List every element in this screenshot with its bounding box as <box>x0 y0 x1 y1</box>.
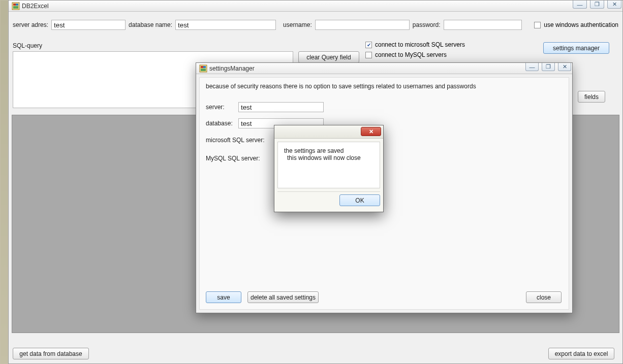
settings-window-controls: — ❐ ✕ <box>525 63 571 71</box>
connect-mysql-checkbox[interactable]: connect to MySQL servers <box>365 51 465 58</box>
save-button[interactable]: save <box>206 291 241 303</box>
connect-mssql-checkbox[interactable]: ✔ connect to microsoft SQL servers <box>365 41 465 48</box>
app-icon <box>12 2 20 10</box>
close-button[interactable]: ✕ <box>607 1 621 9</box>
database-name-label: database name: <box>129 21 172 28</box>
settings-left-buttons: save delete all saved settings <box>206 291 319 303</box>
windows-auth-checkbox[interactable]: use windows authentication <box>534 21 618 28</box>
connect-mysql-label: connect to MySQL servers <box>375 51 447 58</box>
fields-label: fields <box>584 93 599 101</box>
messagebox-line1: the settings are saved <box>284 147 373 154</box>
minimize-button[interactable]: — <box>573 1 587 9</box>
delete-all-label: delete all saved settings <box>251 294 316 301</box>
settings-titlebar[interactable]: settingsManager — ❐ ✕ <box>196 63 572 74</box>
server-input[interactable] <box>238 102 324 112</box>
messagebox-titlebar[interactable]: ✕ <box>274 125 383 139</box>
close-icon: ✕ <box>563 63 567 70</box>
close-icon: ✕ <box>369 128 373 135</box>
password-label: password: <box>413 21 441 28</box>
save-label: save <box>217 294 230 301</box>
close-settings-button[interactable]: close <box>526 291 562 303</box>
svg-rect-5 <box>201 66 203 68</box>
username-input[interactable] <box>315 20 410 30</box>
connection-checkbox-group: ✔ connect to microsoft SQL servers conne… <box>365 41 465 58</box>
export-excel-button[interactable]: export data to excel <box>548 348 614 359</box>
checkbox-icon <box>365 52 372 58</box>
messagebox-body: the settings are saved this windows will… <box>277 142 380 188</box>
ok-label: OK <box>355 197 364 204</box>
windows-auth-label: use windows authentication <box>544 21 618 28</box>
close-icon: ✕ <box>612 1 617 8</box>
server-row: server: <box>206 102 324 112</box>
server-label: server: <box>206 104 232 111</box>
get-data-button[interactable]: get data from database <box>13 348 89 359</box>
maximize-button[interactable]: ❐ <box>590 1 604 9</box>
messagebox-close-button[interactable]: ✕ <box>361 127 381 136</box>
svg-rect-2 <box>16 4 18 6</box>
messagebox-button-row: OK <box>277 191 380 209</box>
sql-query-label: SQL-query <box>13 42 42 49</box>
settings-title: settingsManager <box>209 65 255 72</box>
mysql-label: MySQL SQL server: <box>206 155 260 162</box>
checkbox-icon <box>534 22 541 28</box>
fields-button[interactable]: fields <box>578 91 605 103</box>
get-data-label: get data from database <box>19 350 82 357</box>
settings-right-buttons: close <box>526 291 562 303</box>
mssql-label: microsoft SQL server: <box>206 137 265 144</box>
window-controls: — ❐ ✕ <box>573 1 621 9</box>
server-adres-label: server adres: <box>13 21 48 28</box>
app-title: DB2Excel <box>22 3 49 10</box>
svg-rect-6 <box>203 66 206 68</box>
checkbox-icon: ✔ <box>365 42 372 48</box>
username-label: username: <box>283 21 312 28</box>
settings-manager-label: settings manager <box>553 45 600 52</box>
titlebar[interactable]: DB2Excel — ❐ ✕ <box>9 1 622 12</box>
database-name-input[interactable] <box>175 20 276 30</box>
security-note: because of security reasons there is no … <box>206 83 476 90</box>
delete-all-button[interactable]: delete all saved settings <box>247 291 319 303</box>
ok-button[interactable]: OK <box>339 194 380 206</box>
svg-rect-3 <box>13 6 18 9</box>
export-excel-label: export data to excel <box>555 350 608 357</box>
close-settings-label: close <box>537 294 551 301</box>
password-input[interactable] <box>444 20 522 30</box>
messagebox: ✕ the settings are saved this windows wi… <box>274 125 384 212</box>
clear-query-label: clear Query field <box>306 54 351 61</box>
database-label: database: <box>206 120 232 127</box>
settings-manager-button[interactable]: settings manager <box>543 42 609 54</box>
clear-query-button[interactable]: clear Query field <box>298 51 359 63</box>
minimize-icon: — <box>529 64 535 70</box>
minimize-icon: — <box>577 2 583 8</box>
minimize-button[interactable]: — <box>525 63 539 71</box>
settings-client: because of security reasons there is no … <box>199 77 569 310</box>
svg-rect-7 <box>201 69 206 71</box>
bottom-bar: get data from database export data to ex… <box>13 344 618 359</box>
maximize-icon: ❐ <box>595 1 600 8</box>
svg-rect-1 <box>13 4 16 6</box>
app-icon <box>199 64 207 73</box>
connection-row: server adres: database name: username: p… <box>13 20 618 30</box>
close-button[interactable]: ✕ <box>558 63 571 71</box>
background-strip <box>0 0 8 364</box>
settings-manager-window: settingsManager — ❐ ✕ because of securit… <box>196 62 573 313</box>
maximize-icon: ❐ <box>546 63 551 70</box>
server-adres-input[interactable] <box>51 20 126 30</box>
connect-mssql-label: connect to microsoft SQL servers <box>375 41 465 48</box>
messagebox-line2: this windows will now close <box>284 154 373 161</box>
maximize-button[interactable]: ❐ <box>542 63 555 71</box>
